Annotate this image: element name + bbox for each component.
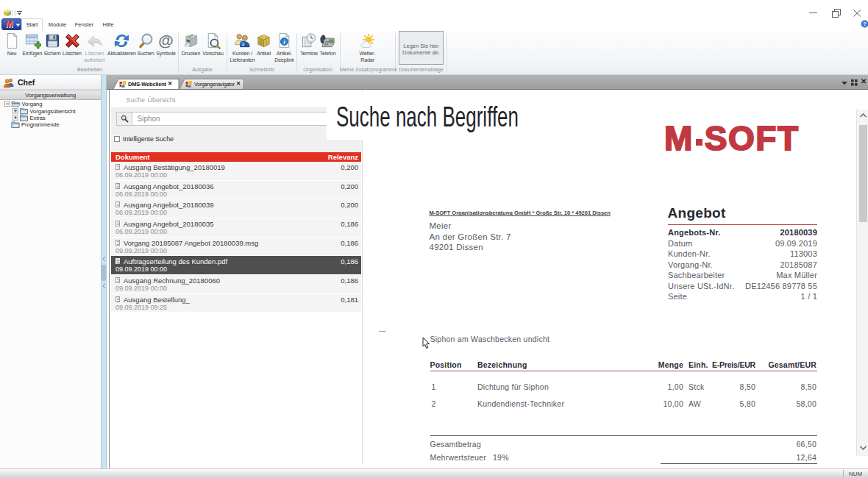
svg-text:Programmende: Programmende xyxy=(21,121,60,128)
svg-text:i: i xyxy=(243,42,244,47)
svg-text:@: @ xyxy=(158,32,173,49)
svg-text:Extras: Extras xyxy=(30,115,46,121)
svg-text:?: ? xyxy=(863,21,867,27)
svg-text:Vorgangsübersicht: Vorgangsübersicht xyxy=(30,108,77,115)
svg-text:Vorgang: Vorgang xyxy=(22,101,43,107)
